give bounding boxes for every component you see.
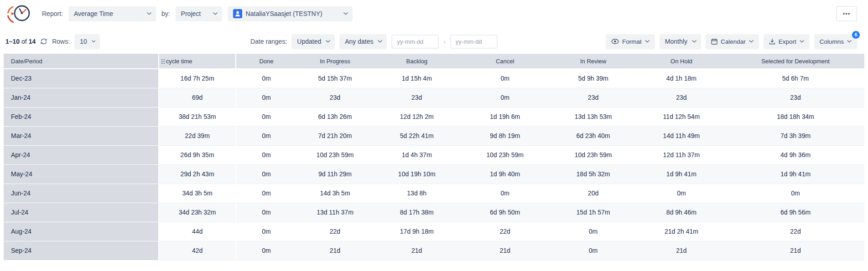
- value-cell: 10d 23h 59m: [550, 145, 636, 164]
- column-header[interactable]: Done: [236, 54, 296, 69]
- value-cell: 34d 23h 32m: [159, 203, 236, 222]
- value-cell: 5d 9h 39m: [550, 69, 636, 88]
- column-header[interactable]: In Progress: [296, 54, 374, 69]
- table-row: Apr-2426d 9h 35m0m10d 23h 59m1d 4h 37m10…: [4, 145, 864, 164]
- column-header[interactable]: In Review: [550, 54, 636, 69]
- columns-button[interactable]: Columns 6: [814, 34, 857, 49]
- value-cell: 0m: [236, 241, 296, 260]
- column-header-label: Selected for Development: [761, 58, 830, 65]
- format-button[interactable]: Format: [606, 34, 655, 49]
- report-type-dropdown[interactable]: Average Time: [68, 6, 156, 21]
- value-cell: 1d 4h 37m: [374, 145, 460, 164]
- project-avatar: [233, 9, 242, 18]
- chevron-down-icon: [147, 12, 151, 15]
- drag-handle-icon[interactable]: [161, 59, 165, 64]
- group-by-value: Project: [181, 10, 201, 17]
- value-cell: 0m: [236, 145, 296, 164]
- chevron-down-icon: [343, 12, 348, 15]
- period-cell: Mar-24: [4, 126, 159, 145]
- value-cell: 21d: [296, 241, 374, 260]
- column-header[interactable]: cycle time: [159, 54, 236, 69]
- chevron-down-icon: [847, 40, 852, 43]
- value-cell: 23d: [727, 88, 864, 107]
- more-options-button[interactable]: •••: [836, 6, 857, 21]
- table-row: Jun-2434d 3h 5m0m14d 3h 5m13d 8h0m20d0m0…: [4, 184, 864, 203]
- pagination-of-label: of: [21, 38, 27, 45]
- rows-per-page-dropdown[interactable]: 10: [74, 34, 100, 49]
- value-cell: 0m: [236, 164, 296, 184]
- date-to-input[interactable]: [450, 35, 498, 49]
- project-dropdown[interactable]: NataliaYSaasjet (TESTNY): [228, 6, 353, 21]
- value-cell: 15d 1h 57m: [550, 203, 636, 222]
- columns-badge: 6: [852, 31, 860, 39]
- value-cell: 14d 3h 5m: [296, 184, 374, 203]
- value-cell: 1d 9h 41m: [727, 164, 864, 184]
- report-label: Report:: [42, 10, 63, 17]
- format-label: Format: [622, 38, 642, 45]
- period-cell: Jun-24: [4, 184, 159, 203]
- value-cell: 20d: [550, 184, 636, 203]
- column-header[interactable]: Backlog: [374, 54, 460, 69]
- value-cell: 1d 9h 40m: [460, 164, 550, 184]
- value-cell: 11d 12h 54m: [636, 107, 727, 126]
- date-field-dropdown[interactable]: Updated: [291, 34, 335, 49]
- value-cell: 0m: [236, 184, 296, 203]
- value-cell: 10d 23h 59m: [296, 145, 374, 164]
- period-value: Monthly: [665, 38, 687, 45]
- calendar-icon: [711, 38, 717, 45]
- value-cell: 1d 19h 6m: [460, 107, 550, 126]
- value-cell: 18d 18h 34m: [727, 107, 864, 126]
- date-field-value: Updated: [297, 38, 321, 45]
- period-cell: Dec-23: [4, 69, 159, 88]
- report-type-value: Average Time: [74, 10, 113, 17]
- chevron-down-icon: [645, 40, 650, 43]
- export-label: Export: [779, 38, 796, 45]
- group-by-dropdown[interactable]: Project: [176, 6, 222, 21]
- value-cell: 42d: [159, 241, 236, 260]
- app-logo: [5, 3, 32, 25]
- value-cell: 6d 23h 40m: [550, 126, 636, 145]
- value-cell: 0m: [636, 184, 727, 203]
- value-cell: 0m: [727, 184, 864, 203]
- period-cell: Sep-24: [4, 241, 159, 260]
- value-cell: 0m: [550, 241, 636, 260]
- value-cell: 0m: [236, 88, 296, 107]
- period-dropdown[interactable]: Monthly: [660, 34, 701, 49]
- rows-per-page-value: 10: [80, 38, 87, 45]
- date-mode-dropdown[interactable]: Any dates: [339, 34, 387, 49]
- value-cell: 21d: [727, 241, 864, 260]
- value-cell: 12d 12h 2m: [374, 107, 460, 126]
- column-header[interactable]: Cancel: [460, 54, 550, 69]
- ellipsis-icon: •••: [843, 10, 851, 17]
- table-row: Mar-2422d 39m0m7d 21h 20m5d 22h 41m9d 8h…: [4, 126, 864, 145]
- value-cell: 7d 21h 20m: [296, 126, 374, 145]
- refresh-button[interactable]: [40, 38, 47, 45]
- column-header-label: Date/Period: [11, 58, 42, 65]
- value-cell: 9d 8h 19m: [460, 126, 550, 145]
- value-cell: 18d 5h 32m: [550, 164, 636, 184]
- table-row: Aug-2444d0m22d17d 9h 18m22d0m21d 2h 41m2…: [4, 222, 864, 241]
- value-cell: 5d 6h 7m: [727, 69, 864, 88]
- export-button[interactable]: Export: [764, 34, 810, 49]
- value-cell: 13d 13h 53m: [550, 107, 636, 126]
- value-cell: 22d: [296, 222, 374, 241]
- value-cell: 38d 21h 53m: [159, 107, 236, 126]
- column-header[interactable]: Date/Period: [4, 54, 159, 69]
- column-header[interactable]: Selected for Development: [727, 54, 864, 69]
- value-cell: 23d: [636, 88, 727, 107]
- date-from-input[interactable]: [391, 35, 439, 49]
- value-cell: 69d: [159, 88, 236, 107]
- download-icon: [769, 38, 775, 45]
- date-mode-value: Any dates: [345, 38, 373, 45]
- date-filters-group: Date ranges: Updated Any dates -: [250, 34, 498, 49]
- calendar-button[interactable]: Calendar: [706, 34, 759, 49]
- value-cell: 0m: [460, 69, 550, 88]
- chevron-down-icon: [92, 40, 95, 43]
- value-cell: 44d: [159, 222, 236, 241]
- value-cell: 16d 7h 25m: [159, 69, 236, 88]
- column-header[interactable]: On Hold: [636, 54, 727, 69]
- value-cell: 34d 3h 5m: [159, 184, 236, 203]
- calendar-label: Calendar: [721, 38, 746, 45]
- value-cell: 1d 9h 41m: [636, 164, 727, 184]
- table-body: Dec-2316d 7h 25m0m5d 15h 37m1d 15h 4m0m5…: [4, 69, 864, 260]
